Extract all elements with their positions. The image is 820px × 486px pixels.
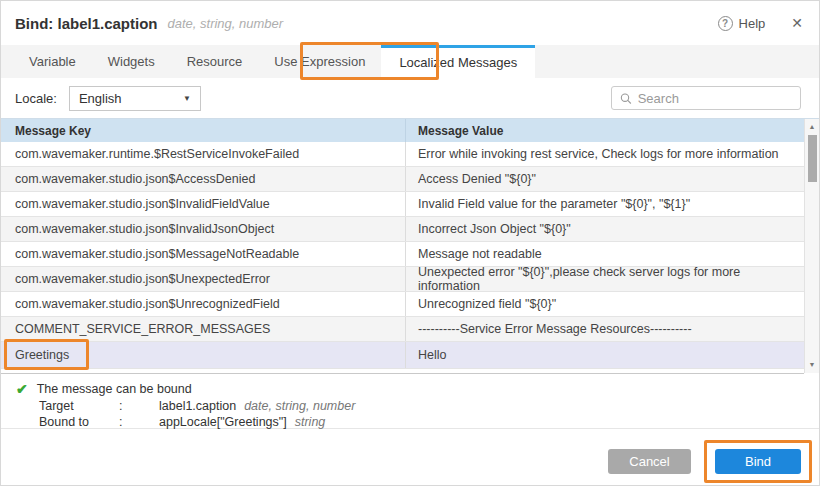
dialog-header: Bind: label1.caption date, string, numbe…: [1, 1, 819, 45]
message-key-cell: com.wavemaker.studio.json$AccessDenied: [1, 167, 406, 191]
table-row-selected-greetings[interactable]: Greetings Hello: [1, 342, 804, 369]
scrollbar-thumb[interactable]: [808, 135, 817, 182]
table-row[interactable]: com.wavemaker.runtime.$RestServiceInvoke…: [1, 142, 804, 167]
tab-resource[interactable]: Resource: [171, 45, 259, 78]
message-key-cell: com.wavemaker.studio.json$InvalidFieldVa…: [1, 192, 406, 216]
search-input[interactable]: [638, 91, 792, 106]
table-row[interactable]: com.wavemaker.studio.json$InvalidFieldVa…: [1, 192, 804, 217]
table-header-row: Message Key Message Value: [1, 119, 804, 142]
partial-next-row: [1, 369, 804, 374]
target-types: date, string, number: [244, 399, 355, 413]
tab-use-expression[interactable]: Use Expression: [258, 45, 381, 78]
messages-table-area: Message Key Message Value com.wavemaker.…: [1, 118, 819, 373]
target-value: label1.caption: [159, 399, 236, 413]
message-key-cell: Greetings: [1, 342, 406, 368]
message-value-cell: Hello: [406, 342, 804, 368]
target-line: Target : label1.caption date, string, nu…: [16, 399, 819, 413]
dialog-subtitle: date, string, number: [168, 16, 284, 31]
table-row[interactable]: COMMENT_SERVICE_ERROR_MESSAGES ---------…: [1, 317, 804, 342]
message-key-cell: com.wavemaker.runtime.$RestServiceInvoke…: [1, 142, 406, 166]
message-value-cell: Incorrect Json Object "${0}": [406, 217, 804, 241]
table-row[interactable]: com.wavemaker.studio.json$MessageNotRead…: [1, 242, 804, 267]
bound-to-line: Bound to : appLocale["Greetings"] string: [16, 415, 819, 429]
bound-to-value: appLocale["Greetings"]: [159, 415, 287, 429]
cancel-button[interactable]: Cancel: [608, 449, 691, 474]
locale-selected-value: English: [79, 91, 122, 106]
annotation-box-bind-button: Bind: [704, 440, 812, 483]
tab-widgets[interactable]: Widgets: [92, 45, 171, 78]
message-key-cell: com.wavemaker.studio.json$UnexpectedErro…: [1, 267, 406, 291]
tab-bar: Variable Widgets Resource Use Expression…: [1, 45, 819, 78]
message-value-cell: ----------Service Error Message Resource…: [406, 317, 804, 341]
messages-table: Message Key Message Value com.wavemaker.…: [1, 119, 804, 373]
message-key-cell: com.wavemaker.studio.json$InvalidJsonObj…: [1, 217, 406, 241]
colon: :: [119, 399, 159, 413]
search-box: [611, 86, 801, 110]
status-text: The message can be bound: [37, 382, 192, 396]
tab-localized-messages[interactable]: Localized Messages: [381, 45, 535, 78]
message-key-cell: com.wavemaker.studio.json$MessageNotRead…: [1, 242, 406, 266]
dialog-title: Bind: label1.caption: [15, 15, 158, 32]
table-row[interactable]: com.wavemaker.studio.json$AccessDenied A…: [1, 167, 804, 192]
message-value-cell: Message not readable: [406, 242, 804, 266]
message-value-cell: Access Denied "${0}": [406, 167, 804, 191]
dialog-footer: Cancel Bind: [1, 429, 819, 484]
bind-dialog: Bind: label1.caption date, string, numbe…: [0, 0, 820, 486]
table-row[interactable]: com.wavemaker.studio.json$InvalidJsonObj…: [1, 217, 804, 242]
close-icon[interactable]: ✕: [791, 15, 803, 31]
status-line: ✔ The message can be bound: [16, 381, 819, 397]
help-label: Help: [739, 16, 766, 31]
bind-button[interactable]: Bind: [715, 449, 801, 474]
table-row[interactable]: com.wavemaker.studio.json$UnrecognizedFi…: [1, 292, 804, 317]
message-value-cell: Unexpected error "${0}",please check ser…: [406, 267, 804, 291]
column-header-message-key: Message Key: [1, 119, 406, 142]
message-value-cell: Invalid Field value for the parameter "$…: [406, 192, 804, 216]
chevron-down-icon: ▼: [183, 94, 191, 103]
message-value-cell: Error while invoking rest service, Check…: [406, 142, 804, 166]
target-label: Target: [39, 399, 119, 413]
table-row[interactable]: com.wavemaker.studio.json$UnexpectedErro…: [1, 267, 804, 292]
bound-to-type: string: [295, 415, 326, 429]
message-key-cell: COMMENT_SERVICE_ERROR_MESSAGES: [1, 317, 406, 341]
bind-summary: ✔ The message can be bound Target : labe…: [1, 373, 819, 429]
tab-variable[interactable]: Variable: [13, 45, 92, 78]
column-header-message-value: Message Value: [406, 119, 804, 142]
success-check-icon: ✔: [16, 381, 28, 397]
message-value-cell: Unrecognized field "${0}": [406, 292, 804, 316]
scroll-up-icon[interactable]: ▲: [809, 122, 816, 132]
toolbar: Locale: English ▼: [1, 78, 819, 118]
message-key-cell: com.wavemaker.studio.json$UnrecognizedFi…: [1, 292, 406, 316]
scroll-down-icon[interactable]: ▼: [809, 360, 816, 370]
question-mark-icon: ?: [718, 16, 733, 31]
help-button[interactable]: ? Help: [718, 16, 766, 31]
locale-label: Locale:: [15, 91, 57, 106]
vertical-scrollbar[interactable]: ▲ ▼: [804, 119, 819, 373]
search-icon: [620, 92, 632, 105]
locale-select[interactable]: English ▼: [69, 86, 201, 111]
bound-to-label: Bound to: [39, 415, 119, 429]
colon: :: [119, 415, 159, 429]
